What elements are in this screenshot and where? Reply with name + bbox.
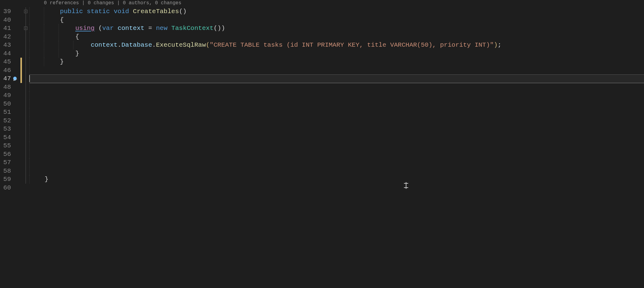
glyph-margin: [12, 0, 29, 192]
editor-caret: [29, 75, 30, 82]
line-numbers: 3940414243444546474849505152535455565758…: [3, 0, 11, 192]
change-marker: [20, 74, 22, 83]
editor-gutter: 3940414243444546474849505152535455565758…: [0, 0, 29, 288]
indent-guide: [29, 150, 30, 159]
line-number: 55: [3, 142, 11, 150]
code-line[interactable]: [29, 108, 644, 117]
codelens-text[interactable]: 0 references | 0 changes | 0 authors, 0 …: [44, 0, 181, 7]
line-number: 50: [3, 100, 11, 108]
line-number: 53: [3, 125, 11, 133]
line-number: 58: [3, 167, 11, 175]
indent-guide: [29, 91, 30, 100]
line-number: 41: [3, 24, 11, 33]
code-line[interactable]: [29, 125, 644, 133]
line-number: 52: [3, 117, 11, 125]
line-number: 59: [3, 175, 11, 184]
indent-guide: [29, 108, 30, 117]
code-line[interactable]: [29, 83, 644, 92]
code-text: using (var context = new TaskContext()): [29, 25, 225, 32]
indent-guide: [29, 125, 30, 133]
line-number: 44: [3, 49, 11, 58]
line-number: 54: [3, 133, 11, 142]
code-line[interactable]: {: [29, 16, 644, 24]
indent-guide: [29, 158, 30, 167]
line-number: 51: [3, 108, 11, 117]
code-line[interactable]: [29, 74, 644, 83]
line-number: 48: [3, 83, 11, 92]
change-marker: [20, 58, 22, 66]
indent-guide: [29, 83, 30, 92]
code-line[interactable]: [29, 133, 644, 142]
code-line[interactable]: {: [29, 33, 644, 41]
indent-guide: [29, 142, 30, 150]
code-text: }: [29, 50, 79, 57]
line-number: 49: [3, 91, 11, 100]
code-line[interactable]: [29, 117, 644, 125]
line-number: 46: [3, 66, 11, 75]
line-number: 43: [3, 41, 11, 49]
code-text: {: [29, 16, 64, 23]
line-number: 40: [3, 16, 11, 24]
line-number: 56: [3, 150, 11, 159]
change-marker: [20, 66, 22, 75]
indent-guide: [29, 133, 30, 142]
code-line[interactable]: using (var context = new TaskContext()): [29, 24, 644, 33]
code-editor[interactable]: 3940414243444546474849505152535455565758…: [0, 0, 644, 288]
codelens[interactable]: 0 references | 0 changes | 0 authors, 0 …: [29, 0, 644, 7]
code-line[interactable]: [29, 100, 644, 108]
code-text: }: [29, 176, 48, 183]
indent-guide: [29, 100, 30, 108]
code-line[interactable]: [29, 167, 644, 175]
indent-guide: [29, 167, 30, 175]
code-line[interactable]: [29, 158, 644, 167]
lightbulb-icon[interactable]: [12, 76, 18, 81]
code-line[interactable]: [29, 184, 644, 192]
code-line[interactable]: [29, 142, 644, 150]
line-number: 57: [3, 158, 11, 167]
code-text: public static void CreateTables(): [29, 8, 187, 15]
code-text: }: [29, 58, 64, 65]
indent-guide: [29, 74, 30, 83]
line-number: 47: [3, 74, 11, 83]
code-line[interactable]: context.Database.ExecuteSqlRaw("CREATE T…: [29, 41, 644, 49]
code-line[interactable]: [29, 66, 644, 75]
code-line[interactable]: }: [29, 58, 644, 66]
indent-guide: [29, 66, 30, 75]
code-text: {: [29, 33, 79, 40]
line-number: 45: [3, 58, 11, 66]
code-line[interactable]: public static void CreateTables(): [29, 7, 644, 16]
code-text: context.Database.ExecuteSqlRaw("CREATE T…: [29, 41, 501, 49]
line-number: 60: [3, 184, 11, 192]
code-line[interactable]: [29, 91, 644, 100]
indent-guide: [29, 117, 30, 125]
code-line[interactable]: }: [29, 49, 644, 58]
code-line[interactable]: [29, 150, 644, 159]
code-line[interactable]: }: [29, 175, 644, 184]
code-area[interactable]: 0 references | 0 changes | 0 authors, 0 …: [29, 0, 644, 288]
line-number: 42: [3, 33, 11, 41]
line-number: 39: [3, 7, 11, 16]
